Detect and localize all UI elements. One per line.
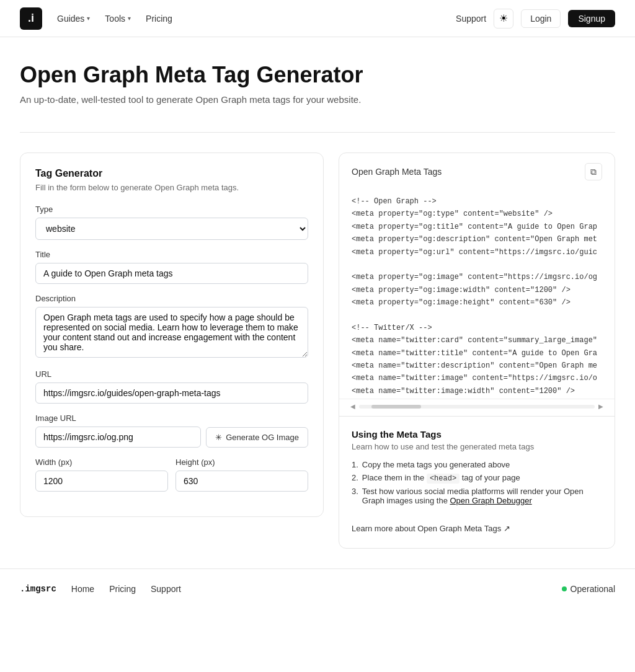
learn-more-link[interactable]: Learn more about Open Graph Meta Tags ↗ — [352, 524, 510, 533]
dimensions-row: Width (px) Height (px) — [35, 458, 308, 502]
code-section: Open Graph Meta Tags ⧉ <!-- Open Graph -… — [339, 153, 615, 417]
code-panel-title: Open Graph Meta Tags — [352, 167, 442, 177]
footer-right: Operational — [562, 584, 615, 594]
step-number: 3. — [352, 487, 358, 505]
code-header: Open Graph Meta Tags ⧉ — [339, 153, 615, 188]
description-textarea[interactable] — [35, 307, 308, 358]
footer-pricing-link[interactable]: Pricing — [109, 584, 136, 594]
og-debugger-link[interactable]: Open Graph Debugger — [450, 496, 531, 505]
navbar-left: .i Guides ▾ Tools ▾ Pricing — [20, 7, 172, 30]
status-label: Operational — [571, 584, 615, 594]
width-input[interactable] — [35, 471, 168, 492]
footer-home-link[interactable]: Home — [71, 584, 94, 594]
list-item: 2. Place them in the <head> tag of your … — [352, 473, 602, 483]
image-url-field-group: Image URL ✳ Generate OG Image — [35, 413, 308, 448]
title-field-group: Title — [35, 250, 308, 284]
page-subtitle: An up-to-date, well-tested tool to gener… — [20, 94, 615, 105]
code-scrollbar: ◀ ▶ — [339, 399, 615, 416]
main-content: Tag Generator Fill in the form below to … — [0, 133, 635, 568]
status-dot-icon — [562, 586, 567, 591]
title-input[interactable] — [35, 263, 308, 284]
footer: .imgsrc Home Pricing Support Operational — [0, 568, 635, 609]
list-item: 3. Test how various social media platfor… — [352, 487, 602, 505]
external-link-icon: ↗ — [504, 524, 510, 533]
description-label: Description — [35, 294, 308, 303]
copy-icon: ⧉ — [590, 167, 597, 177]
logo[interactable]: .i — [20, 7, 42, 30]
title-label: Title — [35, 250, 308, 259]
step-text: Copy the meta tags you generated above — [362, 460, 510, 469]
url-field-group: URL — [35, 369, 308, 404]
height-input[interactable] — [175, 471, 308, 492]
image-url-input[interactable] — [35, 427, 201, 448]
footer-logo: .imgsrc — [20, 584, 56, 594]
scrollbar-track — [359, 405, 595, 409]
copy-button[interactable]: ⧉ — [585, 163, 602, 180]
scrollbar-thumb[interactable] — [371, 405, 421, 409]
chevron-down-icon: ▾ — [128, 15, 131, 22]
navbar-right: Support ☀ Login Signup — [456, 9, 615, 29]
list-item: 1. Copy the meta tags you generated abov… — [352, 460, 602, 469]
footer-support-link[interactable]: Support — [151, 584, 181, 594]
signup-button[interactable]: Signup — [568, 10, 615, 27]
step-number: 1. — [352, 460, 358, 469]
step-text: Test how various social media platforms … — [362, 487, 602, 505]
navbar: .i Guides ▾ Tools ▾ Pricing Support ☀ Lo… — [0, 0, 635, 37]
scroll-left-icon[interactable]: ◀ — [347, 403, 359, 410]
type-field-group: Type website article product — [35, 205, 308, 240]
width-field-group: Width (px) — [35, 458, 168, 492]
panel-title: Tag Generator — [35, 168, 308, 179]
url-input[interactable] — [35, 382, 308, 404]
step-number: 2. — [352, 473, 358, 483]
tag-generator-panel: Tag Generator Fill in the form below to … — [20, 153, 324, 517]
code-output-panel: Open Graph Meta Tags ⧉ <!-- Open Graph -… — [339, 153, 615, 549]
using-subtitle: Learn how to use and test the generated … — [352, 442, 602, 451]
login-button[interactable]: Login — [521, 9, 561, 28]
hero-section: Open Graph Meta Tag Generator An up-to-d… — [0, 37, 635, 117]
description-field-group: Description — [35, 294, 308, 360]
step-text: Place them in the <head> tag of your pag… — [362, 473, 520, 483]
chevron-down-icon: ▾ — [87, 15, 90, 22]
panel-subtitle: Fill in the form below to generate Open … — [35, 183, 308, 192]
height-label: Height (px) — [175, 458, 308, 467]
wand-icon: ✳ — [215, 433, 222, 442]
inline-code: <head> — [427, 474, 460, 484]
support-link[interactable]: Support — [456, 14, 486, 24]
height-field-group: Height (px) — [175, 458, 308, 492]
width-label: Width (px) — [35, 458, 168, 467]
nav-guides[interactable]: Guides ▾ — [57, 14, 90, 24]
image-url-label: Image URL — [35, 413, 308, 423]
using-meta-tags-section: Using the Meta Tags Learn how to use and… — [339, 417, 615, 548]
using-steps-list: 1. Copy the meta tags you generated abov… — [352, 460, 602, 505]
image-url-row: ✳ Generate OG Image — [35, 427, 308, 448]
nav-tools[interactable]: Tools ▾ — [105, 14, 131, 24]
type-label: Type — [35, 205, 308, 214]
nav-pricing[interactable]: Pricing — [146, 14, 172, 24]
footer-left: .imgsrc Home Pricing Support — [20, 584, 181, 594]
using-title: Using the Meta Tags — [352, 429, 602, 440]
scroll-right-icon[interactable]: ▶ — [595, 403, 607, 410]
generate-og-image-button[interactable]: ✳ Generate OG Image — [206, 427, 308, 448]
page-title: Open Graph Meta Tag Generator — [20, 62, 615, 88]
code-block: <!-- Open Graph --> <meta property="og:t… — [339, 188, 615, 399]
url-label: URL — [35, 369, 308, 379]
type-select[interactable]: website article product — [35, 218, 308, 240]
theme-toggle-button[interactable]: ☀ — [494, 9, 513, 29]
